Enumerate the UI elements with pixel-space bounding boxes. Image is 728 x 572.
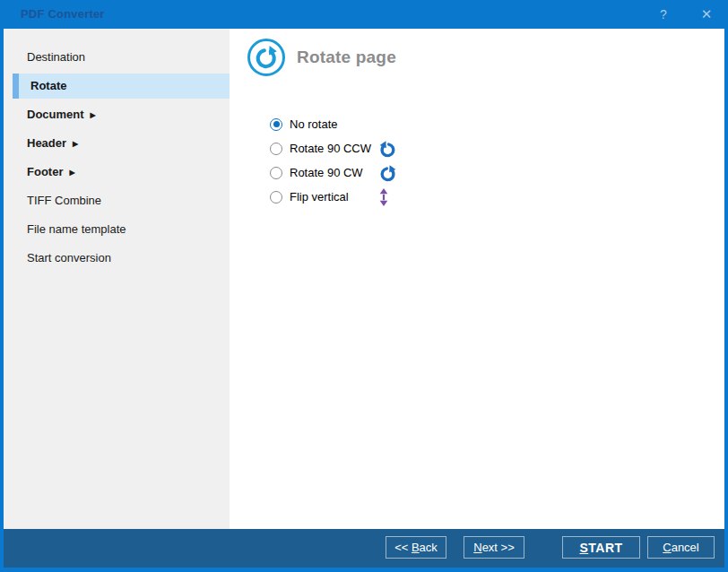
sidebar-item-label: Destination — [27, 50, 85, 64]
radio-flip-vertical[interactable] — [270, 191, 282, 204]
radio-option-no-rotate[interactable]: No rotate — [270, 112, 467, 136]
sidebar-item-document[interactable]: Document▶ — [4, 100, 230, 129]
sidebar-item-label: Start conversion — [27, 251, 111, 264]
footer-bar: << Back Next >> START Cancel — [4, 529, 724, 568]
sidebar-item-rotate[interactable]: Rotate — [13, 74, 230, 99]
sidebar: Destination Rotate Document▶ Header▶ Foo… — [4, 29, 230, 529]
radio-option-flip-vertical[interactable]: Flip vertical — [270, 185, 467, 209]
next-button[interactable]: Next >> — [464, 536, 524, 559]
sidebar-item-label: Rotate — [30, 79, 66, 92]
radio-rotate-90-ccw[interactable] — [270, 143, 282, 155]
submenu-arrow-icon: ▶ — [91, 111, 96, 119]
sidebar-item-header[interactable]: Header▶ — [4, 129, 230, 158]
page-title: Rotate page — [297, 48, 396, 67]
sidebar-item-file-name-template[interactable]: File name template — [4, 215, 230, 244]
radio-no-rotate[interactable] — [270, 118, 282, 131]
sidebar-item-start-conversion[interactable]: Start conversion — [4, 244, 230, 273]
radio-label: No rotate — [290, 117, 337, 131]
window-title: PDF Converter — [21, 0, 105, 29]
flip-vertical-icon — [379, 188, 388, 206]
sidebar-item-label: TIFF Combine — [27, 194, 101, 207]
sidebar-item-label: Footer — [27, 165, 63, 178]
sidebar-item-tiff-combine[interactable]: TIFF Combine — [4, 186, 230, 215]
radio-label: Flip vertical — [290, 190, 349, 204]
rotate-options-group: No rotate Rotate 90 CCW — [270, 112, 467, 209]
back-button[interactable]: << Back — [386, 536, 446, 559]
window-body: Destination Rotate Document▶ Header▶ Foo… — [4, 29, 724, 529]
close-button[interactable]: ✕ — [696, 0, 717, 29]
page-header: Rotate page — [247, 39, 724, 76]
title-bar: PDF Converter ? ✕ — [0, 0, 728, 29]
sidebar-item-label: Header — [27, 136, 66, 150]
submenu-arrow-icon: ▶ — [69, 169, 74, 177]
sidebar-item-destination[interactable]: Destination — [4, 43, 230, 72]
radio-label: Rotate 90 CW — [290, 166, 363, 179]
rotate-ccw-icon — [379, 140, 396, 157]
submenu-arrow-icon: ▶ — [73, 140, 78, 148]
radio-option-rotate-90-cw[interactable]: Rotate 90 CW — [270, 160, 467, 185]
main-panel: Rotate page No rotate Rotate 90 CCW — [230, 29, 724, 529]
sidebar-item-label: Document — [27, 108, 84, 121]
app-window: PDF Converter ? ✕ Destination Rotate Doc… — [0, 0, 728, 572]
sidebar-item-label: File name template — [27, 222, 126, 236]
sidebar-item-footer[interactable]: Footer▶ — [4, 158, 230, 186]
help-button[interactable]: ? — [655, 0, 672, 29]
radio-rotate-90-cw[interactable] — [270, 167, 282, 179]
cancel-button[interactable]: Cancel — [647, 536, 715, 559]
start-button[interactable]: START — [562, 536, 640, 559]
rotate-cw-circle-icon — [247, 38, 286, 77]
rotate-cw-icon — [379, 164, 396, 181]
radio-label: Rotate 90 CCW — [290, 142, 371, 155]
radio-option-rotate-90-ccw[interactable]: Rotate 90 CCW — [270, 136, 467, 160]
